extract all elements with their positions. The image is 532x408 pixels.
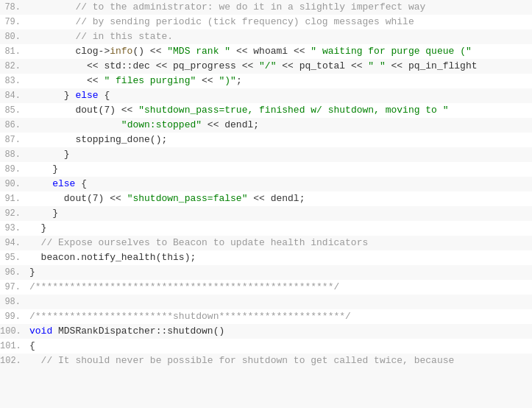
token-plain: << pq_total << [276, 60, 368, 71]
token-string: "down:stopped" [121, 119, 202, 130]
token-plain: } [29, 90, 75, 101]
line-content: stopping_done(); [26, 133, 532, 147]
line-number: 91. [0, 191, 26, 206]
token-plain: } [29, 149, 70, 160]
line-content: // Expose ourselves to Beacon to update … [26, 236, 532, 250]
line-number: 79. [0, 15, 26, 29]
token-comment: /************************shutdown*******… [29, 311, 351, 322]
code-line: 83. << " files purging" << ")"; [0, 74, 532, 88]
code-view: 78. // to the administrator: we do it in… [0, 0, 532, 368]
line-content: dout(7) << "shutdown_pass=false" << dend… [26, 191, 532, 206]
token-string: " waiting for purge queue (" [311, 46, 471, 57]
token-plain: } [29, 163, 58, 175]
code-line: 102. // It should never be possible for … [0, 354, 532, 368]
line-number: 99. [0, 309, 26, 324]
line-content: } [26, 221, 532, 236]
code-line: 89. } [0, 162, 532, 177]
line-number: 101. [0, 339, 26, 354]
line-number: 80. [0, 29, 26, 44]
code-line: 86. "down:stopped" << dendl; [0, 118, 532, 133]
code-line: 81. clog->info() << "MDS rank " << whoam… [0, 44, 532, 59]
line-number: 87. [0, 133, 26, 147]
line-content: << " files purging" << ")"; [26, 74, 532, 88]
token-plain: << dendl; [202, 119, 259, 130]
token-comment: /***************************************… [29, 281, 339, 292]
line-number: 95. [0, 250, 26, 265]
code-line: 96.} [0, 265, 532, 280]
token-string: ")" [219, 75, 235, 86]
line-number: 92. [0, 206, 26, 221]
line-content: /************************shutdown*******… [26, 309, 532, 324]
token-comment: // Expose ourselves to Beacon to update … [29, 237, 368, 248]
code-line: 84. } else { [0, 88, 532, 103]
line-content: // It should never be possible for shutd… [26, 354, 532, 368]
line-content: /***************************************… [26, 280, 532, 295]
token-plain: { [29, 340, 35, 351]
token-plain: } [29, 267, 35, 278]
token-plain: << dendl; [247, 193, 305, 204]
code-line: 78. // to the administrator: we do it in… [0, 0, 532, 15]
line-content: dout(7) << "shutdown_pass=true, finished… [26, 103, 532, 118]
token-func: info [110, 46, 132, 57]
code-line: 98. [0, 295, 532, 309]
code-line: 93. } [0, 221, 532, 236]
token-string: "/" [259, 60, 276, 71]
token-string: "shutdown_pass=false" [127, 193, 248, 204]
token-keyword: void [29, 326, 52, 337]
token-comment: // in this state. [29, 31, 173, 42]
token-plain: { [99, 90, 110, 101]
token-plain: << whoami << [230, 46, 311, 57]
line-number: 88. [0, 147, 26, 162]
code-line: 87. stopping_done(); [0, 133, 532, 147]
line-number: 102. [0, 354, 26, 368]
code-line: 101.{ [0, 339, 532, 354]
line-number: 93. [0, 221, 26, 236]
line-content: { [26, 339, 532, 354]
line-content: "down:stopped" << dendl; [26, 118, 532, 133]
line-content: << std::dec << pq_progress << "/" << pq_… [26, 59, 532, 74]
token-string: " files purging" [104, 75, 196, 86]
token-comment: // to the administrator: we do it in a s… [29, 1, 425, 13]
line-number: 81. [0, 44, 26, 59]
line-number: 86. [0, 118, 26, 133]
code-line: 92. } [0, 206, 532, 221]
code-line: 95. beacon.notify_health(this); [0, 250, 532, 265]
line-number: 78. [0, 0, 26, 15]
token-plain: dout(7) << [29, 105, 138, 116]
line-number: 84. [0, 88, 26, 103]
code-line: 100.void MDSRankDispatcher::shutdown() [0, 324, 532, 339]
code-line: 82. << std::dec << pq_progress << "/" <<… [0, 59, 532, 74]
line-content: // in this state. [26, 29, 532, 44]
token-comment: // It should never be possible for shutd… [29, 355, 454, 366]
line-content: // to the administrator: we do it in a s… [26, 0, 532, 15]
token-plain: << [196, 75, 219, 86]
token-plain [29, 178, 52, 189]
line-number: 85. [0, 103, 26, 118]
token-plain: ; [236, 75, 242, 86]
token-plain: dout(7) << [29, 193, 127, 204]
line-content: } [26, 206, 532, 221]
line-number: 96. [0, 265, 26, 280]
token-plain: stopping_done(); [29, 134, 167, 145]
token-plain: MDSRankDispatcher::shutdown() [52, 326, 224, 337]
line-number: 83. [0, 74, 26, 88]
line-content: else { [26, 177, 532, 191]
line-content: } [26, 162, 532, 177]
token-comment: // by sending periodic (tick frequency) … [29, 16, 414, 27]
token-plain: } [29, 222, 46, 233]
line-content: } else { [26, 88, 532, 103]
line-content: void MDSRankDispatcher::shutdown() [26, 324, 532, 339]
code-line: 99./************************shutdown****… [0, 309, 532, 324]
code-line: 85. dout(7) << "shutdown_pass=true, fini… [0, 103, 532, 118]
code-line: 80. // in this state. [0, 29, 532, 44]
token-plain: () << [132, 46, 167, 57]
code-line: 97./************************************… [0, 280, 532, 295]
token-keyword: else [52, 178, 75, 189]
line-number: 90. [0, 177, 26, 191]
token-plain [29, 119, 121, 130]
token-plain: clog-> [29, 46, 110, 57]
line-number: 100. [0, 324, 26, 339]
code-line: 88. } [0, 147, 532, 162]
line-number: 97. [0, 280, 26, 295]
line-content: // by sending periodic (tick frequency) … [26, 15, 532, 29]
